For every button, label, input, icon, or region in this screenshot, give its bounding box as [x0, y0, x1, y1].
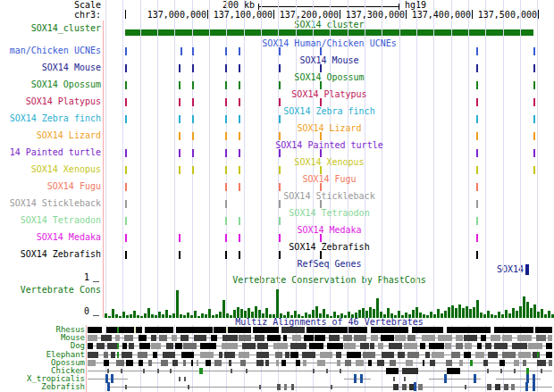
- ucne-element-tick[interactable]: [533, 47, 535, 55]
- tetraodon-element-tick[interactable]: [279, 217, 281, 225]
- track-center-label-mouse[interactable]: SOX14 Mouse: [105, 56, 554, 65]
- track-center-label-medaka[interactable]: SOX14 Medaka: [105, 226, 554, 235]
- zebrafish-element-tick[interactable]: [125, 251, 127, 259]
- xenopus-element-tick[interactable]: [225, 166, 227, 174]
- lizard-element-tick[interactable]: [476, 132, 478, 140]
- stickleback-element-tick[interactable]: [225, 200, 227, 208]
- tetraodon-element-tick[interactable]: [476, 217, 478, 225]
- opossum-element-tick[interactable]: [476, 81, 478, 89]
- xenopus-element-tick[interactable]: [179, 166, 180, 174]
- fugu-element-tick[interactable]: [320, 183, 322, 191]
- ucne-element-tick[interactable]: [279, 47, 281, 55]
- track-label-platypus[interactable]: SOX14 Platypus: [5, 97, 101, 106]
- xenopus-element-tick[interactable]: [279, 166, 281, 174]
- xenopus-element-tick[interactable]: [125, 166, 127, 174]
- track-center-label-tetraodon[interactable]: SOX14 Tetraodon: [105, 209, 554, 218]
- lizard-element-tick[interactable]: [239, 132, 240, 140]
- xenopus-element-tick[interactable]: [476, 166, 478, 174]
- tetraodon-element-tick[interactable]: [225, 217, 227, 225]
- mouse-element-tick[interactable]: [279, 64, 281, 72]
- track-label-stickleback[interactable]: SOX14 Stickleback: [5, 199, 101, 208]
- zebra-finch-element-tick[interactable]: [533, 115, 535, 123]
- painted-turtle-element-tick[interactable]: [125, 149, 127, 157]
- multiz-label-dog[interactable]: Dog: [2, 342, 85, 350]
- zebra-finch-element-tick[interactable]: [179, 115, 180, 123]
- ucne-element-tick[interactable]: [476, 47, 478, 55]
- medaka-element-tick[interactable]: [225, 234, 227, 242]
- platypus-element-tick[interactable]: [533, 98, 535, 106]
- track-center-label-xenopus[interactable]: SOX14 Xenopus: [105, 158, 554, 167]
- painted-turtle-element-tick[interactable]: [239, 149, 240, 157]
- fugu-element-tick[interactable]: [476, 183, 478, 191]
- lizard-element-tick[interactable]: [279, 132, 281, 140]
- zebra-finch-element-tick[interactable]: [279, 115, 281, 123]
- mouse-element-tick[interactable]: [320, 64, 322, 72]
- zebrafish-element-tick[interactable]: [179, 251, 180, 259]
- stickleback-element-tick[interactable]: [320, 200, 322, 208]
- track-label-ucne[interactable]: man/Chicken UCNEs: [5, 46, 101, 55]
- fugu-element-tick[interactable]: [125, 183, 127, 191]
- fugu-element-tick[interactable]: [239, 183, 240, 191]
- painted-turtle-element-tick[interactable]: [279, 149, 281, 157]
- mouse-element-tick[interactable]: [192, 64, 194, 72]
- fugu-element-tick[interactable]: [279, 183, 281, 191]
- track-center-label-platypus[interactable]: SOX14 Platypus: [105, 90, 554, 99]
- mouse-element-tick[interactable]: [476, 64, 478, 72]
- stickleback-element-tick[interactable]: [476, 200, 478, 208]
- opossum-element-tick[interactable]: [125, 81, 127, 89]
- track-center-label-zebra-finch[interactable]: SOX14 Zebra finch: [105, 107, 554, 116]
- painted-turtle-element-tick[interactable]: [320, 149, 322, 157]
- ucne-element-tick[interactable]: [125, 47, 127, 55]
- xenopus-element-tick[interactable]: [533, 166, 535, 174]
- opossum-element-tick[interactable]: [320, 81, 322, 89]
- stickleback-element-tick[interactable]: [125, 200, 127, 208]
- track-label-medaka[interactable]: SOX14 Medaka: [5, 233, 101, 242]
- painted-turtle-element-tick[interactable]: [533, 149, 535, 157]
- opossum-element-tick[interactable]: [533, 81, 535, 89]
- tetraodon-element-tick[interactable]: [239, 217, 240, 225]
- ucne-element-tick[interactable]: [192, 47, 194, 55]
- zebrafish-element-tick[interactable]: [225, 251, 227, 259]
- mouse-element-tick[interactable]: [533, 64, 535, 72]
- track-label-painted-turtle[interactable]: 14 Painted turtle: [5, 148, 101, 157]
- multiz-label-zebrafish[interactable]: Zebrafish: [2, 383, 85, 391]
- platypus-element-tick[interactable]: [179, 98, 180, 106]
- track-label-mouse[interactable]: SOX14 Mouse: [5, 63, 101, 72]
- painted-turtle-element-tick[interactable]: [476, 149, 478, 157]
- track-label-sox14-cluster[interactable]: SOX14_cluster: [5, 24, 101, 33]
- zebrafish-element-tick[interactable]: [476, 251, 478, 259]
- platypus-element-tick[interactable]: [239, 98, 240, 106]
- platypus-element-tick[interactable]: [279, 98, 281, 106]
- track-label-fugu[interactable]: SOX14 Fugu: [5, 182, 101, 191]
- platypus-element-tick[interactable]: [225, 98, 227, 106]
- mouse-element-tick[interactable]: [125, 64, 127, 72]
- ucne-element-tick[interactable]: [225, 47, 227, 55]
- zebrafish-element-tick[interactable]: [320, 251, 322, 259]
- ucne-element-tick[interactable]: [180, 47, 182, 55]
- refseq-gene-exon[interactable]: [525, 264, 529, 275]
- zebra-finch-element-tick[interactable]: [192, 115, 194, 123]
- fugu-element-tick[interactable]: [225, 183, 227, 191]
- platypus-element-tick[interactable]: [320, 98, 322, 106]
- opossum-element-tick[interactable]: [192, 81, 194, 89]
- track-center-label-painted-turtle[interactable]: SOX14 Painted turtle: [105, 141, 554, 150]
- track-label-xenopus[interactable]: SOX14 Xenopus: [5, 165, 101, 174]
- xenopus-element-tick[interactable]: [320, 166, 322, 174]
- track-label-lizard[interactable]: SOX14 Lizard: [5, 131, 101, 140]
- xenopus-element-tick[interactable]: [192, 166, 194, 174]
- lizard-element-tick[interactable]: [320, 132, 322, 140]
- mouse-element-tick[interactable]: [239, 64, 240, 72]
- medaka-element-tick[interactable]: [476, 234, 478, 242]
- platypus-element-tick[interactable]: [476, 98, 478, 106]
- ucne-element-tick[interactable]: [320, 47, 322, 55]
- track-center-label-fugu[interactable]: SOX14 Fugu: [105, 175, 554, 184]
- track-label-opossum[interactable]: SOX14 Opossum: [5, 80, 101, 89]
- track-label-zebra-finch[interactable]: SOX14 Zebra finch: [5, 114, 101, 123]
- stickleback-element-tick[interactable]: [279, 200, 281, 208]
- opossum-element-tick[interactable]: [279, 81, 281, 89]
- painted-turtle-element-tick[interactable]: [225, 149, 227, 157]
- zebra-finch-element-tick[interactable]: [125, 115, 127, 123]
- track-label-tetraodon[interactable]: SOX14 Tetraodon: [5, 216, 101, 225]
- track-center-label-stickleback[interactable]: SOX14 Stickleback: [105, 192, 554, 201]
- medaka-element-tick[interactable]: [279, 234, 281, 242]
